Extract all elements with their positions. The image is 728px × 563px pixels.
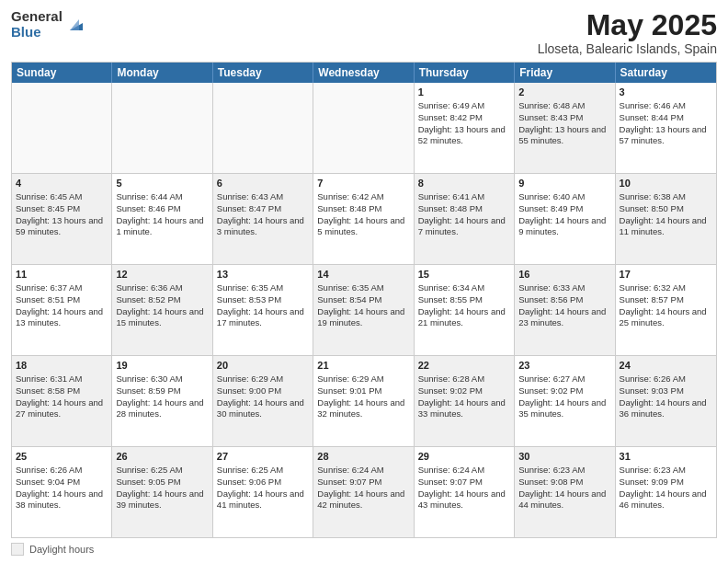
- header-day-tuesday: Tuesday: [213, 63, 313, 83]
- sunset-time: Sunset: 9:07 PM: [418, 477, 483, 487]
- day-number: 30: [518, 450, 610, 464]
- cal-day-10: 10Sunrise: 6:38 AMSunset: 8:50 PMDayligh…: [616, 174, 716, 264]
- sunrise-time: Sunrise: 6:44 AM: [116, 191, 182, 201]
- daylight-duration: Daylight: 14 hours and 42 minutes.: [317, 488, 404, 511]
- sunrise-time: Sunrise: 6:33 AM: [518, 282, 585, 293]
- sunset-time: Sunset: 9:05 PM: [116, 477, 180, 487]
- cal-day-31: 31Sunrise: 6:23 AMSunset: 9:09 PMDayligh…: [616, 447, 716, 537]
- sunset-time: Sunset: 9:02 PM: [418, 385, 483, 396]
- cal-day-27: 27Sunrise: 6:25 AMSunset: 9:06 PMDayligh…: [213, 447, 313, 537]
- sunrise-time: Sunrise: 6:31 AM: [16, 373, 82, 384]
- cal-day-13: 13Sunrise: 6:35 AMSunset: 8:53 PMDayligh…: [213, 265, 313, 355]
- daylight-duration: Daylight: 14 hours and 13 minutes.: [16, 306, 103, 328]
- daylight-duration: Daylight: 14 hours and 15 minutes.: [116, 306, 203, 328]
- sunset-time: Sunset: 9:01 PM: [317, 385, 381, 396]
- day-number: 11: [16, 268, 108, 282]
- daylight-duration: Daylight: 14 hours and 17 minutes.: [217, 306, 304, 328]
- day-number: 10: [620, 177, 712, 190]
- sunset-time: Sunset: 9:02 PM: [518, 385, 583, 396]
- day-number: 3: [620, 86, 712, 99]
- sunrise-time: Sunrise: 6:25 AM: [116, 465, 182, 475]
- sunrise-time: Sunrise: 6:26 AM: [16, 465, 82, 475]
- daylight-duration: Daylight: 14 hours and 23 minutes.: [518, 306, 606, 328]
- day-number: 27: [217, 450, 309, 464]
- header-day-thursday: Thursday: [415, 63, 515, 83]
- sunset-time: Sunset: 9:03 PM: [620, 385, 684, 396]
- sunrise-time: Sunrise: 6:32 AM: [620, 282, 686, 293]
- daylight-duration: Daylight: 14 hours and 21 minutes.: [418, 306, 506, 328]
- sunrise-time: Sunrise: 6:41 AM: [418, 191, 484, 201]
- cal-day-16: 16Sunrise: 6:33 AMSunset: 8:56 PMDayligh…: [515, 265, 615, 355]
- sunset-time: Sunset: 8:50 PM: [620, 203, 684, 213]
- daylight-duration: Daylight: 14 hours and 28 minutes.: [116, 397, 203, 419]
- cal-day-8: 8Sunrise: 6:41 AMSunset: 8:48 PMDaylight…: [415, 174, 515, 264]
- sunrise-time: Sunrise: 6:45 AM: [16, 191, 82, 201]
- cal-day-26: 26Sunrise: 6:25 AMSunset: 9:05 PMDayligh…: [112, 447, 212, 537]
- header-day-wednesday: Wednesday: [313, 63, 414, 83]
- title-block: May 2025 Lloseta, Balearic Islands, Spai…: [538, 9, 717, 56]
- calendar-week-1: 1Sunrise: 6:49 AMSunset: 8:42 PMDaylight…: [12, 83, 716, 174]
- day-number: 14: [317, 268, 409, 282]
- header-day-friday: Friday: [515, 63, 615, 83]
- day-number: 29: [418, 450, 510, 464]
- day-number: 6: [217, 177, 309, 190]
- sunset-time: Sunset: 8:59 PM: [116, 385, 180, 396]
- day-number: 16: [518, 268, 610, 282]
- sunrise-time: Sunrise: 6:30 AM: [116, 373, 182, 384]
- month-title: May 2025: [538, 9, 717, 41]
- day-number: 9: [518, 177, 610, 190]
- day-number: 24: [620, 359, 712, 373]
- daylight-duration: Daylight: 14 hours and 43 minutes.: [418, 488, 506, 511]
- logo-blue: Blue: [11, 25, 63, 40]
- daylight-duration: Daylight: 14 hours and 9 minutes.: [518, 215, 606, 237]
- sunrise-time: Sunrise: 6:23 AM: [518, 465, 585, 475]
- daylight-duration: Daylight: 14 hours and 19 minutes.: [317, 306, 404, 328]
- daylight-duration: Daylight: 14 hours and 33 minutes.: [418, 397, 506, 419]
- cal-day-20: 20Sunrise: 6:29 AMSunset: 9:00 PMDayligh…: [213, 356, 313, 446]
- sunset-time: Sunset: 8:52 PM: [116, 294, 180, 304]
- sunrise-time: Sunrise: 6:27 AM: [518, 373, 585, 384]
- cal-day-2: 2Sunrise: 6:48 AMSunset: 8:43 PMDaylight…: [515, 83, 615, 173]
- sunset-time: Sunset: 8:45 PM: [16, 203, 80, 213]
- sunset-time: Sunset: 8:43 PM: [518, 112, 583, 122]
- daylight-duration: Daylight: 14 hours and 30 minutes.: [217, 397, 304, 419]
- sunset-time: Sunset: 9:08 PM: [518, 477, 583, 487]
- daylight-duration: Daylight: 14 hours and 27 minutes.: [16, 397, 103, 419]
- cal-day-5: 5Sunrise: 6:44 AMSunset: 8:46 PMDaylight…: [112, 174, 212, 264]
- sunset-time: Sunset: 8:58 PM: [16, 385, 80, 396]
- cal-day-11: 11Sunrise: 6:37 AMSunset: 8:51 PMDayligh…: [12, 265, 112, 355]
- day-number: 5: [116, 177, 208, 190]
- sunrise-time: Sunrise: 6:23 AM: [620, 465, 686, 475]
- daylight-duration: Daylight: 14 hours and 7 minutes.: [418, 215, 506, 237]
- sunset-time: Sunset: 8:46 PM: [116, 203, 180, 213]
- day-number: 20: [217, 359, 309, 373]
- svg-marker-1: [70, 19, 79, 30]
- cal-day-15: 15Sunrise: 6:34 AMSunset: 8:55 PMDayligh…: [415, 265, 515, 355]
- cal-day-28: 28Sunrise: 6:24 AMSunset: 9:07 PMDayligh…: [313, 447, 414, 537]
- daylight-box: [11, 543, 24, 556]
- cal-day-9: 9Sunrise: 6:40 AMSunset: 8:49 PMDaylight…: [515, 174, 615, 264]
- daylight-duration: Daylight: 14 hours and 32 minutes.: [317, 397, 404, 419]
- sunset-time: Sunset: 8:56 PM: [518, 294, 583, 304]
- location: Lloseta, Balearic Islands, Spain: [538, 41, 717, 56]
- cal-day-23: 23Sunrise: 6:27 AMSunset: 9:02 PMDayligh…: [515, 356, 615, 446]
- sunrise-time: Sunrise: 6:24 AM: [418, 465, 484, 475]
- sunset-time: Sunset: 8:49 PM: [518, 203, 583, 213]
- cal-day-1: 1Sunrise: 6:49 AMSunset: 8:42 PMDaylight…: [415, 83, 515, 173]
- sunrise-time: Sunrise: 6:25 AM: [217, 465, 283, 475]
- sunrise-time: Sunrise: 6:49 AM: [418, 100, 484, 110]
- cal-day-12: 12Sunrise: 6:36 AMSunset: 8:52 PMDayligh…: [112, 265, 212, 355]
- header-day-saturday: Saturday: [616, 63, 716, 83]
- cal-day-6: 6Sunrise: 6:43 AMSunset: 8:47 PMDaylight…: [213, 174, 313, 264]
- sunset-time: Sunset: 8:47 PM: [217, 203, 281, 213]
- day-number: 31: [620, 450, 712, 464]
- sunset-time: Sunset: 8:53 PM: [217, 294, 281, 304]
- sunset-time: Sunset: 8:54 PM: [317, 294, 381, 304]
- sunset-time: Sunset: 9:07 PM: [317, 477, 381, 487]
- cal-day-30: 30Sunrise: 6:23 AMSunset: 9:08 PMDayligh…: [515, 447, 615, 537]
- sunset-time: Sunset: 9:04 PM: [16, 477, 80, 487]
- daylight-duration: Daylight: 14 hours and 35 minutes.: [518, 397, 606, 419]
- day-number: 1: [418, 86, 510, 99]
- cal-day-29: 29Sunrise: 6:24 AMSunset: 9:07 PMDayligh…: [415, 447, 515, 537]
- sunset-time: Sunset: 9:09 PM: [620, 477, 684, 487]
